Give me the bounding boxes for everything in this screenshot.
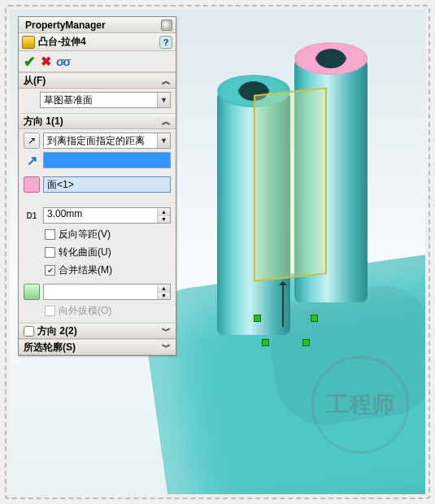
offset-face-value: 面<1>	[44, 178, 170, 192]
cancel-button[interactable]: ✖	[41, 54, 51, 69]
ok-button[interactable]: ✔	[24, 53, 36, 71]
start-condition-dropdown[interactable]: 草图基准面 ▼	[40, 92, 171, 108]
draft-outward-label: 向外拔模(O)	[59, 304, 111, 318]
section-contours-header[interactable]: 所选轮廓(S) ︾	[19, 339, 176, 355]
feature-icon	[22, 36, 35, 49]
translate-surface-checkbox[interactable]	[45, 247, 55, 258]
pm-title: PropertyManager	[25, 20, 106, 31]
dir2-enable-checkbox[interactable]	[24, 326, 34, 337]
feature-name: 凸台-拉伸4	[38, 35, 159, 49]
depth-value: 3.00mm	[44, 208, 157, 223]
chevron-down-icon: ︾	[162, 341, 171, 354]
caret-down-icon: ▼	[157, 93, 170, 107]
section-from-title: 从(F)	[24, 74, 162, 88]
property-manager-panel: PropertyManager 凸台-拉伸4 ? ✔ ✖ σσ 从(F) ︽ 草…	[18, 16, 176, 356]
caret-down-icon: ▼	[157, 133, 170, 148]
section-contours-title: 所选轮廓(S)	[24, 341, 162, 354]
preview-button[interactable]: σσ	[56, 54, 70, 68]
section-from-header[interactable]: 从(F) ︽	[19, 72, 176, 89]
draft-spinner[interactable]: ▲▼	[157, 285, 170, 299]
direction-vector-icon[interactable]: ↗	[24, 152, 40, 168]
draft-button[interactable]	[24, 284, 40, 300]
merge-result-label: 合并结果(M)	[59, 263, 112, 277]
help-icon[interactable]: ?	[159, 36, 172, 49]
pin-icon[interactable]	[161, 20, 172, 31]
chevron-up-icon: ︽	[162, 75, 171, 87]
draft-angle-field[interactable]: ▲▼	[43, 284, 171, 300]
watermark: 工程师	[311, 356, 409, 454]
draft-outward-checkbox	[45, 306, 55, 316]
extrude-preview	[254, 87, 327, 281]
section-dir1-title: 方向 1(1)	[24, 115, 162, 128]
section-dir2-header[interactable]: 方向 2(2) ︾	[19, 323, 176, 339]
reverse-offset-checkbox[interactable]	[45, 229, 55, 240]
section-from-body: 草图基准面 ▼	[19, 89, 176, 113]
reverse-offset-label: 反向等距(V)	[59, 228, 111, 241]
end-condition-dropdown[interactable]: 到离指定面指定的距离 ▼	[43, 133, 171, 149]
section-dir1-body: ↗ 到离指定面指定的距离 ▼ ↗ 面<1>	[19, 129, 176, 323]
feature-header: 凸台-拉伸4 ?	[19, 33, 176, 51]
depth-field[interactable]: 3.00mm ▲▼	[43, 207, 171, 224]
chevron-down-icon: ︾	[162, 325, 171, 337]
end-condition-value: 到离指定面指定的距离	[44, 134, 157, 148]
translate-surface-label: 转化曲面(U)	[59, 245, 111, 259]
offset-face-field[interactable]: 面<1>	[43, 176, 171, 193]
start-condition-value: 草图基准面	[41, 93, 157, 107]
reverse-direction-button[interactable]: ↗	[24, 133, 40, 149]
triad-manipulator[interactable]	[254, 282, 319, 347]
draft-angle-value	[44, 285, 157, 299]
depth-icon: D1	[24, 207, 40, 224]
section-dir2-title: 方向 2(2)	[37, 324, 162, 338]
reverse-arrow-icon: ↗	[28, 135, 36, 146]
chevron-up-icon: ︽	[162, 115, 171, 128]
confirm-row: ✔ ✖ σσ	[19, 51, 176, 72]
depth-spinner[interactable]: ▲▼	[157, 208, 170, 223]
section-dir1-header[interactable]: 方向 1(1) ︽	[19, 113, 176, 129]
pm-titlebar: PropertyManager	[19, 17, 176, 33]
direction-vector-field[interactable]	[43, 152, 171, 168]
offset-face-icon	[24, 176, 40, 193]
merge-result-checkbox[interactable]	[45, 265, 55, 276]
